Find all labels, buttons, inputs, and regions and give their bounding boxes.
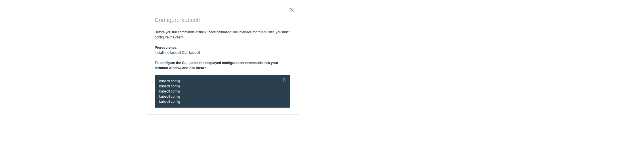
command-lines: kubectl configkubectl configkubectl conf…	[159, 79, 276, 104]
prerequisites-label: Prerequisites:	[155, 46, 177, 50]
instructions-text: To configure the CLI, paste the displaye…	[155, 60, 290, 71]
svg-rect-1	[284, 79, 286, 82]
copy-icon	[282, 78, 287, 83]
close-icon	[290, 8, 295, 12]
copy-button[interactable]	[282, 78, 287, 83]
intro-text: Before you run commands in the kubectl c…	[155, 30, 290, 40]
modal-title: Configure kubectl	[155, 17, 290, 23]
command-line: kubectl config	[159, 99, 276, 104]
command-line: kubectl config	[159, 89, 276, 94]
close-button[interactable]	[290, 8, 295, 13]
prerequisites-block: Prerequisites: Install the kubectl CLI: …	[155, 45, 290, 55]
command-snippet: kubectl configkubectl configkubectl conf…	[155, 75, 290, 108]
configure-kubectl-modal: Configure kubectl Before you run command…	[146, 4, 299, 115]
command-line: kubectl config	[159, 79, 276, 84]
command-line: kubectl config	[159, 84, 276, 89]
command-line: kubectl config	[159, 94, 276, 99]
prerequisites-text: Install the kubectl CLI: kubectl	[155, 51, 200, 55]
